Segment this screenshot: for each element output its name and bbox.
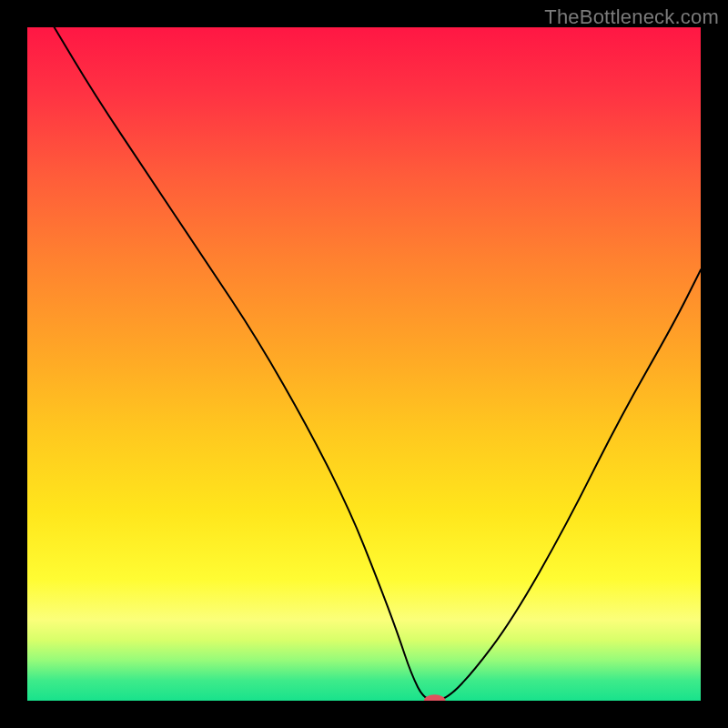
optimal-marker [424, 694, 446, 701]
watermark-text: TheBottleneck.com [544, 5, 719, 29]
curve-svg [27, 27, 701, 701]
chart-frame: TheBottleneck.com [0, 0, 728, 728]
bottleneck-curve-path [55, 27, 701, 701]
plot-area [27, 27, 701, 701]
